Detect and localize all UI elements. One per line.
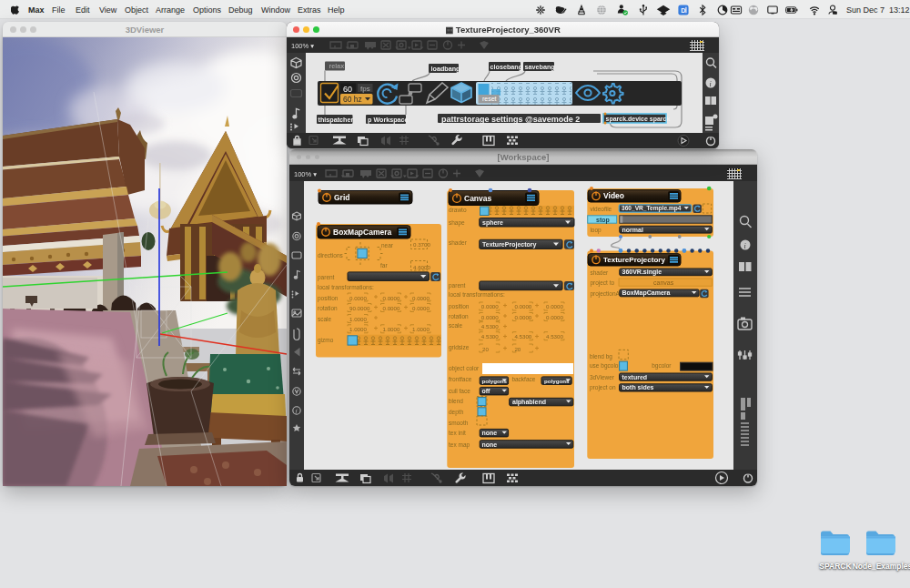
svg-text:360VR.single: 360VR.single: [622, 269, 662, 276]
svg-text:position: position: [449, 303, 470, 310]
svg-text:0.0000: 0.0000: [546, 314, 563, 320]
svg-text:both sides: both sides: [622, 384, 654, 390]
svg-text:parent: parent: [449, 282, 466, 289]
svg-text:60: 60: [343, 85, 352, 94]
svg-text:3dViewer: 3dViewer: [590, 374, 615, 380]
svg-text:TextureProjectory: TextureProjectory: [482, 241, 536, 248]
svg-text:cull face: cull face: [449, 388, 470, 394]
svg-text:none: none: [482, 441, 498, 448]
svg-text:0.0000: 0.0000: [412, 305, 430, 311]
svg-text:videofile: videofile: [590, 206, 612, 212]
svg-text:1.0000: 1.0000: [349, 326, 367, 332]
svg-text:1.0000: 1.0000: [349, 316, 367, 322]
svg-text:1.0000: 1.0000: [383, 326, 400, 332]
svg-text:360_VR_Temple.mp4: 360_VR_Temple.mp4: [622, 205, 682, 212]
svg-text:local transformations:: local transformations:: [318, 284, 374, 290]
svg-text:0.0000: 0.0000: [383, 295, 400, 301]
svg-text:savebang: savebang: [525, 63, 555, 71]
svg-text:0.0000: 0.0000: [514, 303, 531, 309]
svg-text:shader: shader: [449, 239, 468, 246]
svg-text:position: position: [318, 295, 339, 302]
svg-text:far: far: [380, 262, 388, 269]
svg-text:0.0000: 0.0000: [481, 314, 499, 320]
svg-text:0.3700: 0.3700: [413, 241, 430, 248]
svg-text:scale: scale: [449, 322, 463, 329]
svg-text:polygons: polygons: [544, 378, 570, 384]
svg-text:local transformations:: local transformations:: [449, 291, 505, 298]
svg-text:i: i: [744, 242, 746, 250]
svg-text:use bgcolor: use bgcolor: [590, 362, 621, 370]
svg-text:reset: reset: [482, 96, 497, 102]
svg-text:4.6000: 4.6000: [413, 264, 430, 270]
svg-text:4.5300: 4.5300: [481, 323, 499, 329]
svg-text:directions: directions: [318, 252, 344, 259]
svg-text:0.0000: 0.0000: [412, 295, 430, 301]
svg-text:4.5300: 4.5300: [514, 333, 531, 340]
svg-text:pattrstorage settings @savemod: pattrstorage settings @savemode 2: [441, 115, 580, 124]
svg-text:canvas: canvas: [653, 279, 674, 286]
svg-text:90.0000: 90.0000: [349, 305, 370, 311]
svg-text:loop: loop: [590, 227, 602, 234]
svg-text:i: i: [710, 80, 712, 88]
svg-text:0.0000: 0.0000: [546, 303, 563, 309]
svg-text:TextureProjectory: TextureProjectory: [603, 256, 665, 264]
svg-text:backface: backface: [511, 376, 535, 382]
svg-text:blend: blend: [449, 398, 463, 404]
svg-text:project to: project to: [590, 279, 614, 287]
svg-text:20: 20: [482, 346, 489, 352]
svg-text:frontface: frontface: [449, 376, 472, 382]
svg-text:rotation: rotation: [449, 313, 469, 319]
svg-text:textured: textured: [622, 374, 648, 380]
svg-text:fps: fps: [360, 85, 370, 93]
svg-text:60 hz: 60 hz: [343, 95, 362, 104]
svg-text:Video: Video: [603, 191, 624, 200]
svg-text:closebang: closebang: [490, 63, 523, 71]
svg-text:4.5300: 4.5300: [546, 333, 563, 340]
svg-text:object color: object color: [449, 365, 480, 372]
svg-text:BoxMapCamera: BoxMapCamera: [622, 289, 671, 297]
svg-text:shader: shader: [590, 269, 609, 276]
svg-text:smooth: smooth: [449, 420, 469, 426]
svg-text:near: near: [381, 242, 394, 248]
svg-text:loadbang: loadbang: [431, 65, 460, 73]
svg-text:scale: scale: [318, 316, 332, 322]
svg-text:0.0000: 0.0000: [349, 295, 367, 301]
svg-text:parent: parent: [318, 274, 335, 281]
svg-text:drawto: drawto: [449, 207, 467, 213]
svg-text:D: D: [681, 6, 685, 15]
svg-text:Grid: Grid: [334, 193, 349, 202]
svg-text:normal: normal: [622, 227, 643, 233]
svg-text:4.5300: 4.5300: [481, 333, 499, 340]
svg-text:sparck.device sparck: sparck.device sparck: [606, 116, 671, 123]
svg-text:bgcolor: bgcolor: [652, 362, 672, 370]
svg-text:rotation: rotation: [318, 305, 338, 311]
svg-text:thispatcher: thispatcher: [318, 116, 354, 124]
svg-text:none: none: [482, 430, 498, 436]
svg-text:20: 20: [514, 346, 521, 352]
svg-text:tex map: tex map: [449, 441, 470, 449]
svg-text:projectionA: projectionA: [590, 290, 620, 298]
svg-text:BoxMapCamera: BoxMapCamera: [333, 228, 392, 237]
svg-text:sphere: sphere: [482, 219, 503, 227]
svg-text:off: off: [482, 388, 491, 394]
svg-text:Canvas: Canvas: [464, 194, 492, 203]
svg-text:blend bg: blend bg: [590, 353, 612, 360]
svg-text:0.0000: 0.0000: [514, 314, 531, 320]
svg-text:alphablend: alphablend: [512, 399, 546, 406]
svg-text:depth: depth: [449, 409, 464, 416]
svg-text:gizmo: gizmo: [318, 337, 334, 344]
svg-text:tex init: tex init: [449, 430, 466, 436]
svg-text:p Workspace: p Workspace: [368, 116, 409, 124]
svg-text:0.0000: 0.0000: [383, 305, 400, 311]
svg-text:relax: relax: [329, 62, 345, 70]
svg-text:gridsize: gridsize: [449, 344, 470, 351]
svg-text:1.0000: 1.0000: [412, 326, 430, 332]
svg-text:stop: stop: [596, 217, 610, 224]
svg-text:project on: project on: [590, 384, 616, 391]
svg-text:0.0000: 0.0000: [481, 303, 499, 309]
svg-text:shape: shape: [449, 219, 465, 227]
